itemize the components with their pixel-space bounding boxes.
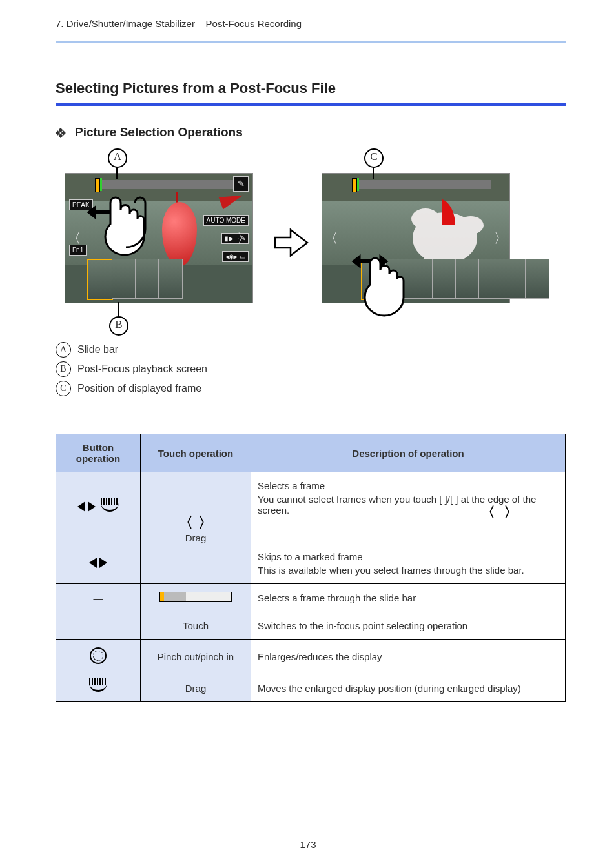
drag-hand-icon xyxy=(351,245,428,322)
right-arrow-icon xyxy=(99,558,107,568)
slider-icon xyxy=(159,592,232,602)
legend-mark-a: A xyxy=(56,342,71,358)
col-button: Button operation xyxy=(56,434,141,472)
dial-icon xyxy=(101,502,119,512)
figure-area: ✎ PEAK Fn1 AUTO MODE ▮▶→✎ ◂◉▸ ▭ 〈 〉 A B xyxy=(56,157,566,332)
btn-cell xyxy=(56,674,141,702)
next-chevron-icon[interactable]: 〉 xyxy=(494,230,507,247)
chevron-right-icon: 〉 xyxy=(504,504,518,520)
left-arrow-icon xyxy=(89,558,97,568)
category-header: 7. Drive/Shutter/Image Stabilizer – Post… xyxy=(56,18,302,29)
callout-c: C xyxy=(364,148,384,168)
chevron-left-icon: 〈 xyxy=(481,504,495,520)
callout-b: B xyxy=(109,316,128,336)
table-row: — Touch Switches to the in-focus point s… xyxy=(56,612,566,640)
col-desc: Description of operation xyxy=(251,434,566,472)
desc-cell: Enlarges/reduces the display xyxy=(251,640,566,674)
desc-cell: Skips to a marked frame This is availabl… xyxy=(251,543,566,584)
diamond-icon: ❖ xyxy=(54,125,67,142)
section-subtitle: Picture Selection Operations xyxy=(75,125,243,139)
operations-table: Button operation Touch operation Descrip… xyxy=(56,434,566,702)
btn-cell xyxy=(56,543,141,584)
btn-cell: — xyxy=(56,612,141,640)
desc-cell: Selects a frame You cannot select frames… xyxy=(251,472,566,543)
section-rule xyxy=(56,103,566,106)
right-arrow-icon xyxy=(88,501,96,512)
table-row: Pinch out/pinch in Enlarges/reduces the … xyxy=(56,640,566,674)
legend-text-b: Post-Focus playback screen xyxy=(77,363,207,375)
table-row: 〈 〉Drag Selects a frame You cannot selec… xyxy=(56,472,566,543)
touch-cell: Touch xyxy=(141,612,251,640)
edit-icon[interactable]: ✎ xyxy=(233,176,249,192)
callout-legend: ASlide bar BPost-Focus playback screen C… xyxy=(56,342,207,400)
control-wheel-icon xyxy=(90,647,107,664)
desc-cell: Selects a frame through the slide bar xyxy=(251,584,566,612)
dial-icon xyxy=(89,682,107,692)
page-number: 173 xyxy=(0,839,616,850)
playback-screen-right: 〈 〉 xyxy=(322,173,510,303)
touch-cell: Pinch out/pinch in xyxy=(141,640,251,674)
playback-screen-left: ✎ PEAK Fn1 AUTO MODE ▮▶→✎ ◂◉▸ ▭ 〈 〉 xyxy=(65,173,253,303)
chevron-right-icon: 〉 xyxy=(198,514,212,530)
btn-cell: — xyxy=(56,584,141,612)
legend-text-a: Slide bar xyxy=(77,344,118,356)
callout-a: A xyxy=(108,148,127,168)
desc-cell: Switches to the in-focus point selecting… xyxy=(251,612,566,640)
drag-hand-icon xyxy=(85,180,162,257)
touch-cell: 〈 〉Drag xyxy=(141,472,251,584)
legend-text-c: Position of displayed frame xyxy=(77,383,201,394)
left-arrow-icon xyxy=(77,501,85,512)
legend-mark-c: C xyxy=(56,381,71,396)
chevron-left-icon: 〈 xyxy=(179,514,193,530)
table-row: — Selects a frame through the slide bar xyxy=(56,584,566,612)
section-title: Selecting Pictures from a Post-Focus Fil… xyxy=(56,80,336,97)
touch-cell xyxy=(141,584,251,612)
auto-mode-badge: AUTO MODE xyxy=(203,215,249,226)
btn-cell xyxy=(56,640,141,674)
slide-bar[interactable] xyxy=(353,180,491,189)
nav-badge: ◂◉▸ ▭ xyxy=(222,251,249,262)
table-row: Drag Moves the enlarged display position… xyxy=(56,674,566,702)
touch-cell: Drag xyxy=(141,674,251,702)
col-touch: Touch operation xyxy=(141,434,251,472)
desc-cell: Moves the enlarged display position (dur… xyxy=(251,674,566,702)
arrow-right-icon xyxy=(274,228,309,257)
btn-cell xyxy=(56,472,141,543)
prev-chevron-icon[interactable]: 〈 xyxy=(68,230,81,247)
thumbnail-strip[interactable] xyxy=(87,259,181,298)
next-chevron-icon[interactable]: 〉 xyxy=(237,230,250,247)
prev-chevron-icon[interactable]: 〈 xyxy=(325,230,338,247)
table-row: Skips to a marked frame This is availabl… xyxy=(56,543,566,584)
header-rule xyxy=(56,41,566,43)
legend-mark-b: B xyxy=(56,361,71,377)
